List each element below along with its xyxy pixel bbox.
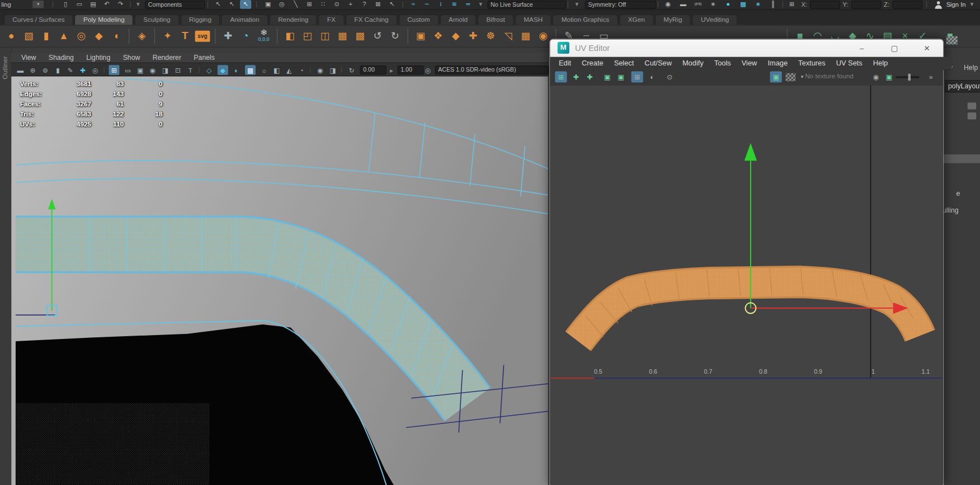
shelf-tab-mash[interactable]: MASH	[515, 15, 552, 25]
snap-pivot-icon[interactable]: +	[345, 0, 356, 9]
select-camera-icon[interactable]: ▬	[15, 65, 26, 75]
colorspace-field[interactable]: ACES 1.0 SDR-video (sRGB)	[435, 65, 549, 74]
account-person-icon[interactable]	[935, 1, 942, 8]
snap-grid-icon[interactable]: ▣	[262, 0, 274, 9]
snap-plane-icon[interactable]: ⊞	[304, 0, 315, 9]
perspective-viewport[interactable]: View Shading Lighting Show Renderer Pane…	[11, 53, 548, 485]
toolbar-overflow-icon[interactable]: »	[925, 71, 937, 82]
uv-menu-view[interactable]: View	[742, 57, 757, 69]
set-key-clock-icon[interactable]: ◔	[238, 28, 253, 44]
pause-viewport-icon[interactable]: ║	[767, 0, 779, 9]
uv-editor-titlebar[interactable]: M UV Editor – ▢ ✕	[550, 39, 943, 57]
highlight-selection-icon[interactable]: ↖	[387, 0, 398, 9]
gate-mask-icon[interactable]: ◉	[148, 65, 158, 75]
shaded-icon[interactable]: ◆	[218, 65, 228, 75]
gamma-field[interactable]: 1.00	[398, 65, 424, 74]
viewport-canvas[interactable]: Verts: 3681 83 0 Edges: 6928 143 0 Faces…	[11, 76, 548, 485]
shelf-tab-animation[interactable]: Animation	[222, 15, 268, 25]
motion-blur-icon[interactable]: ◔	[296, 65, 307, 75]
minimize-button[interactable]: –	[851, 39, 873, 56]
file-open-icon[interactable]: ▭	[74, 0, 85, 9]
2d-pan-zoom-icon[interactable]: ✚	[78, 65, 88, 75]
shelf-tab-fx[interactable]: FX	[318, 15, 344, 25]
panel-icon[interactable]	[968, 112, 977, 119]
uv-menu-image[interactable]: Image	[767, 57, 788, 69]
poly-torus-icon[interactable]: ◎	[74, 28, 89, 44]
uv-menu-create[interactable]: Create	[582, 57, 604, 69]
safe-title-icon[interactable]: T	[185, 65, 196, 75]
uv-menu-uvsets[interactable]: UV Sets	[836, 57, 863, 69]
snap-center-icon[interactable]: ⊙	[331, 0, 342, 9]
menu-view[interactable]: View	[21, 53, 36, 63]
merge-vertex-icon[interactable]: ✚	[465, 28, 480, 44]
isolate-select-icon[interactable]: ◉	[315, 65, 326, 75]
bevel-icon[interactable]: ◆	[448, 28, 463, 44]
bridge-icon[interactable]: ❖	[431, 28, 446, 44]
symmetry-field[interactable]: Symmetry: Off	[585, 1, 656, 9]
select-hierarchy-icon[interactable]: ↖	[213, 0, 224, 9]
axis-tripod-icon[interactable]: ✚	[220, 28, 235, 44]
image-dim-slider[interactable]	[896, 76, 919, 78]
checker-map-icon[interactable]	[946, 36, 958, 45]
selection-mode-caret-icon[interactable]: ▾	[133, 0, 144, 9]
uv-menu-help[interactable]: Help	[873, 57, 888, 69]
uv-grid-snap-icon[interactable]: ⊞	[555, 71, 567, 82]
camera-attributes-icon[interactable]: ⊚	[40, 65, 51, 75]
poly-cylinder-icon[interactable]: ▮	[39, 28, 54, 44]
use-lights-icon[interactable]: ☼	[259, 65, 270, 75]
xray-icon[interactable]: ◨	[327, 65, 338, 75]
checker-texture-icon[interactable]	[786, 73, 796, 82]
texture-image-icon[interactable]: ▣	[883, 71, 895, 82]
symmetry-caret-icon[interactable]: ▾	[571, 0, 582, 9]
tool-settings-icon[interactable]: ⊞	[786, 0, 798, 9]
image-plane-icon[interactable]: ✎	[65, 65, 76, 75]
uv-menu-cutsew[interactable]: Cut/Sew	[644, 57, 672, 69]
oversscan-icon[interactable]: ◎	[90, 65, 101, 75]
x-input[interactable]	[810, 1, 840, 9]
shelf-tab-arnold[interactable]: Arnold	[440, 15, 476, 25]
lock-camera-icon[interactable]: ⊛	[27, 65, 38, 75]
uv-move-v-icon[interactable]: ✚	[584, 71, 596, 82]
safe-action-icon[interactable]: ⊡	[172, 65, 183, 75]
construction-history-icon[interactable]: ≈	[408, 0, 419, 9]
poly-cone-icon[interactable]: ▲	[56, 28, 72, 44]
extrude-icon[interactable]: ▣	[413, 28, 428, 44]
uv-menu-edit[interactable]: Edit	[559, 57, 571, 69]
shelf-tab-uvediting[interactable]: UVediting	[692, 15, 738, 25]
z-input[interactable]	[893, 1, 923, 9]
gamma-caret-icon[interactable]: ▸	[387, 65, 397, 75]
exposure-field[interactable]: 0.00	[360, 65, 387, 74]
close-button[interactable]: ✕	[916, 39, 937, 56]
shaded-textured-icon[interactable]: ◐	[231, 65, 242, 75]
colorspace-icon[interactable]: ◎	[422, 65, 433, 75]
uv-tile-outline-icon[interactable]: ▣	[601, 71, 613, 82]
shelf-tab-fx-caching[interactable]: FX Caching	[346, 15, 398, 25]
menu-shading[interactable]: Shading	[49, 53, 74, 63]
poly-text-icon[interactable]: T	[177, 28, 192, 44]
shelf-tab-poly-modeling[interactable]: Poly Modeling	[74, 15, 133, 25]
menu-lighting[interactable]: Lighting	[86, 53, 110, 63]
shadows-icon[interactable]: ◧	[271, 65, 282, 75]
uv-pixel-snap-icon[interactable]: ⊞	[632, 71, 643, 82]
light-editor-icon[interactable]: ∗	[752, 0, 764, 9]
panel-icon[interactable]	[968, 102, 977, 109]
poly-plane-icon[interactable]: ◆	[91, 28, 106, 44]
file-save-icon[interactable]: ▤	[87, 0, 98, 9]
wireframe-icon[interactable]: ◇	[204, 65, 214, 75]
menu-renderer[interactable]: Renderer	[153, 53, 181, 63]
ao-icon[interactable]: ◭	[284, 65, 294, 75]
shelf-tab-custom[interactable]: Custom	[398, 15, 439, 25]
curve-snap-icon[interactable]: ∼	[421, 0, 432, 9]
snap-curve-icon[interactable]: ◎	[276, 0, 288, 9]
platonic-solid-icon[interactable]: ◈	[134, 28, 149, 44]
shelf-tab-myrig[interactable]: MyRig	[655, 15, 691, 25]
poly-sphere-icon[interactable]: ●	[4, 28, 19, 44]
resolution-gate-icon[interactable]: ▣	[135, 65, 145, 75]
display-image-icon[interactable]: ▣	[770, 71, 782, 82]
uv-snapshot-icon[interactable]: ⊙	[664, 71, 676, 82]
field-chart-icon[interactable]: ◨	[160, 65, 171, 75]
poly-cube-icon[interactable]: ▧	[21, 28, 36, 44]
shelf-tab-motion-graphics[interactable]: Motion Graphics	[553, 15, 618, 25]
live-surface-field[interactable]: No Live Surface	[488, 1, 567, 9]
curve-edit-icon[interactable]: ≂	[463, 0, 474, 9]
